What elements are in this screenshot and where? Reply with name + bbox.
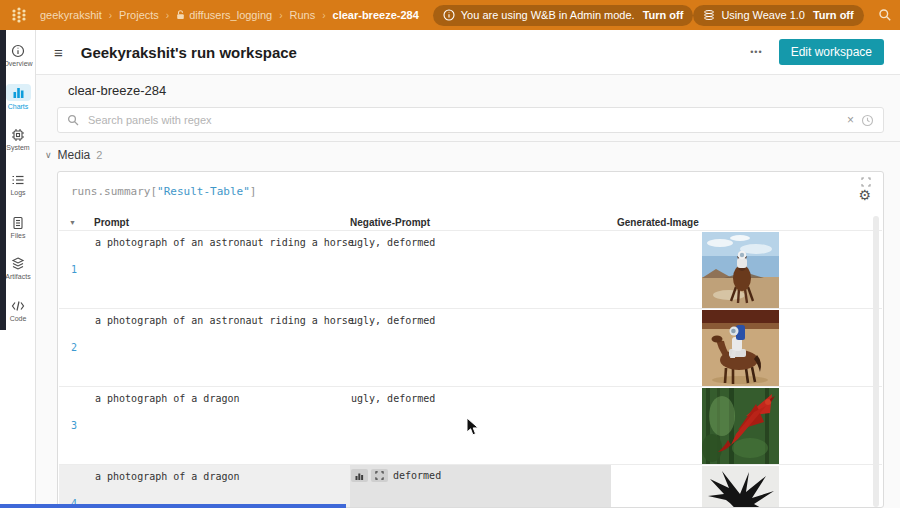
row-index-link[interactable]: 2 xyxy=(71,342,77,353)
panel-search-bar: × xyxy=(57,107,884,133)
table-row: 4 a photograph of a dragon deformed xyxy=(59,464,882,508)
negative-prompt-cell: deformed xyxy=(351,469,441,482)
expression-string: "Result-Table" xyxy=(157,185,250,198)
table-row: 1 a photograph of an astronaut riding a … xyxy=(59,230,882,309)
hamburger-menu-icon[interactable]: ≡ xyxy=(54,44,63,61)
search-icon xyxy=(67,114,79,126)
weave-layers-icon xyxy=(703,9,715,21)
column-header-prompt[interactable]: Prompt xyxy=(94,217,129,228)
file-icon xyxy=(11,216,25,230)
close-icon[interactable]: × xyxy=(847,113,854,127)
gear-icon[interactable]: ⚙ xyxy=(858,188,871,202)
generated-image[interactable] xyxy=(702,310,779,386)
generated-image[interactable] xyxy=(702,388,779,464)
media-section-count: 2 xyxy=(96,149,102,161)
search-input[interactable] xyxy=(86,113,840,127)
layers-icon xyxy=(11,257,25,271)
sort-caret-icon[interactable]: ▼ xyxy=(69,219,76,226)
sidebar-item-label: Files xyxy=(11,232,26,239)
lock-icon xyxy=(176,10,185,20)
row-index-link[interactable]: 3 xyxy=(71,420,77,431)
more-options-icon[interactable]: ••• xyxy=(750,47,762,57)
sidebar-item-label: Logs xyxy=(10,189,25,196)
bar-chart-icon xyxy=(6,84,31,101)
left-dark-rail xyxy=(0,30,6,330)
negative-prompt-cell: ugly, deformed xyxy=(351,393,435,404)
prompt-cell: a photograph of an astronaut riding a ho… xyxy=(95,315,354,326)
edit-workspace-button[interactable]: Edit workspace xyxy=(779,39,884,65)
breadcrumb-separator: › xyxy=(322,10,325,21)
table-row: 2 a photograph of an astronaut riding a … xyxy=(59,308,882,387)
breadcrumb-separator: › xyxy=(279,10,282,21)
generated-image[interactable] xyxy=(702,466,779,508)
info-icon xyxy=(11,44,25,58)
history-clock-icon[interactable] xyxy=(861,114,874,127)
negative-prompt-text: deformed xyxy=(393,470,441,481)
workspace-content: clear-breeze-284 × ∨ Media 2 xyxy=(36,75,900,508)
table-row: 3 a photograph of a dragon ugly, deforme… xyxy=(59,386,882,465)
weave-banner-text: Using Weave 1.0 xyxy=(721,9,805,21)
sidebar-item-label: Overview xyxy=(3,60,32,67)
admin-mode-banner[interactable]: You are using W&B in Admin mode. Turn of… xyxy=(433,5,694,26)
expand-cell-icon[interactable] xyxy=(371,469,388,482)
column-header-negative-prompt[interactable]: Negative-Prompt xyxy=(350,217,430,228)
expression-prefix: runs.summary[ xyxy=(71,185,157,198)
column-header-generated-image[interactable]: Generated-Image xyxy=(617,217,699,228)
wandb-app: geekyrakshit › Projects › diffusers_logg… xyxy=(0,0,900,508)
fullscreen-icon[interactable] xyxy=(861,177,871,187)
wandb-logo-icon[interactable] xyxy=(10,6,28,24)
media-panel-icon[interactable] xyxy=(351,469,368,482)
run-name: clear-breeze-284 xyxy=(68,83,166,98)
sidebar-item-label: System xyxy=(6,144,29,151)
cpu-chip-icon xyxy=(11,128,25,142)
prompt-cell: a photograph of a dragon xyxy=(95,471,240,482)
top-navigation-bar: geekyrakshit › Projects › diffusers_logg… xyxy=(0,0,900,30)
search-icon[interactable] xyxy=(878,8,892,22)
row-index-link[interactable]: 1 xyxy=(71,264,77,275)
weave-turn-off-button[interactable]: Turn off xyxy=(813,9,854,21)
code-icon xyxy=(11,299,25,313)
sidebar-item-label: Code xyxy=(10,315,27,322)
topbar-actions: Using Weave 1.0 Turn off ? xyxy=(693,5,900,26)
breadcrumb-run[interactable]: clear-breeze-284 xyxy=(333,9,419,21)
media-section-header[interactable]: ∨ Media 2 xyxy=(45,148,102,162)
admin-turn-off-button[interactable]: Turn off xyxy=(643,9,684,21)
media-section-title: Media xyxy=(58,148,91,162)
panel-expression: runs.summary["Result-Table"] xyxy=(71,185,256,198)
sidebar-item-label: Artifacts xyxy=(5,273,30,280)
breadcrumb-separator: › xyxy=(166,10,169,21)
chevron-down-icon: ∨ xyxy=(45,150,52,160)
breadcrumb-runs[interactable]: Runs xyxy=(290,9,316,21)
breadcrumb-separator: › xyxy=(109,10,112,21)
section-divider xyxy=(36,141,900,142)
breadcrumb-project[interactable]: diffusers_logging xyxy=(176,9,272,21)
negative-prompt-cell: ugly, deformed xyxy=(351,237,435,248)
expression-suffix: ] xyxy=(250,185,257,198)
sidebar-item-label: Charts xyxy=(8,103,29,110)
negative-prompt-cell: ugly, deformed xyxy=(351,315,435,326)
prompt-cell: a photograph of a dragon xyxy=(95,393,240,404)
loading-progress-bar xyxy=(0,504,346,508)
page-title: Geekyrakshit's run workspace xyxy=(81,44,297,61)
list-icon xyxy=(11,173,25,187)
breadcrumb-user[interactable]: geekyrakshit xyxy=(40,9,102,21)
info-icon xyxy=(443,9,455,21)
weave-banner[interactable]: Using Weave 1.0 Turn off xyxy=(693,5,863,26)
breadcrumb: geekyrakshit › Projects › diffusers_logg… xyxy=(40,9,419,21)
panel-scrollbar[interactable] xyxy=(873,216,879,507)
admin-banner-text: You are using W&B in Admin mode. xyxy=(461,9,635,21)
result-table-panel: runs.summary["Result-Table"] ⚙ ▼ Prompt … xyxy=(57,171,884,508)
breadcrumb-project-label: diffusers_logging xyxy=(189,9,272,21)
prompt-cell: a photograph of an astronaut riding a ho… xyxy=(95,237,354,248)
breadcrumb-projects[interactable]: Projects xyxy=(119,9,159,21)
workspace-header: ≡ Geekyrakshit's run workspace ••• Edit … xyxy=(36,30,900,75)
generated-image[interactable] xyxy=(702,232,779,308)
